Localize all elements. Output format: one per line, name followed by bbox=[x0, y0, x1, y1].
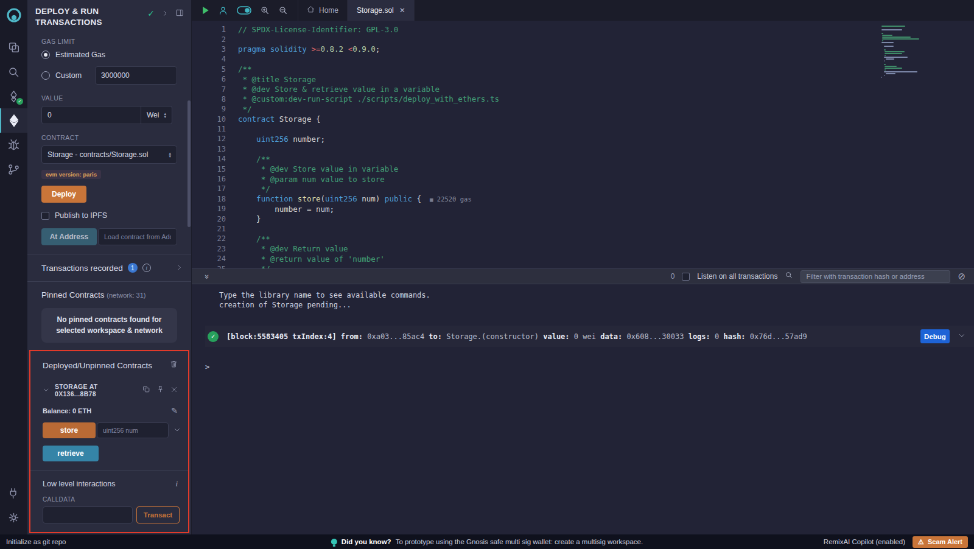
terminal-line: creation of Storage pending... bbox=[219, 300, 974, 310]
at-address-button[interactable]: At Address bbox=[41, 228, 97, 245]
minimap[interactable] bbox=[881, 26, 930, 79]
info-icon[interactable]: i bbox=[175, 479, 178, 489]
chevron-right-icon[interactable] bbox=[176, 262, 183, 273]
panel-scrollbar[interactable] bbox=[187, 100, 191, 227]
tab-storage-sol[interactable]: Storage.sol ✕ bbox=[348, 0, 415, 21]
calldata-label: CALLDATA bbox=[30, 489, 188, 503]
deploy-run-icon[interactable] bbox=[0, 108, 27, 133]
pin-icon[interactable] bbox=[156, 385, 164, 396]
transact-button[interactable]: Transact bbox=[136, 506, 180, 523]
code-lines: 1// SPDX-License-Identifier: GPL-3.023pr… bbox=[192, 24, 974, 268]
contract-select[interactable]: Storage - contracts/Storage.sol ▴▾ bbox=[41, 145, 177, 164]
tip-text: To prototype using the Gnosis safe multi… bbox=[396, 538, 643, 545]
git-icon[interactable] bbox=[0, 157, 27, 181]
at-address-input[interactable] bbox=[98, 228, 177, 245]
deploy-button[interactable]: Deploy bbox=[41, 186, 86, 203]
run-script-icon[interactable] bbox=[201, 6, 209, 15]
value-label: VALUE bbox=[27, 94, 191, 102]
debugger-icon[interactable] bbox=[0, 133, 27, 157]
balance-label: Balance: 0 ETH bbox=[43, 407, 91, 415]
chevron-down-icon[interactable] bbox=[43, 385, 49, 396]
panel-check-icon: ✓ bbox=[147, 9, 155, 18]
trash-icon[interactable] bbox=[170, 360, 178, 371]
listen-transactions-checkbox[interactable] bbox=[682, 273, 690, 281]
main-column: Home Storage.sol ✕ 1// SPDX-License-Iden… bbox=[192, 0, 974, 534]
icon-sidebar: ✓ bbox=[0, 0, 27, 534]
editor-tabbar: Home Storage.sol ✕ bbox=[192, 0, 974, 21]
filter-transactions-input[interactable] bbox=[801, 270, 950, 283]
transactions-count-badge: 1 bbox=[128, 263, 138, 273]
expand-terminal-icon[interactable]: » bbox=[203, 274, 212, 278]
transactions-recorded-label: Transactions recorded bbox=[41, 264, 123, 273]
did-you-know-tip: Did you know? To prototype using the Gno… bbox=[331, 538, 643, 545]
compiler-success-badge: ✓ bbox=[16, 98, 23, 105]
plugin-manager-icon[interactable] bbox=[0, 481, 27, 505]
terminal-line: Type the library name to see available c… bbox=[219, 290, 974, 300]
remix-app: ✓ DEPLOY & RUN TRANSACTIONS ✓ bbox=[0, 0, 974, 534]
calldata-input[interactable] bbox=[43, 506, 133, 523]
edit-icon[interactable]: ✎ bbox=[171, 406, 178, 415]
estimated-gas-radio[interactable] bbox=[41, 51, 50, 59]
value-unit-label: Wei bbox=[147, 111, 159, 119]
estimated-gas-label: Estimated Gas bbox=[55, 51, 105, 59]
pinned-empty-message: No pinned contracts found for selected w… bbox=[41, 308, 177, 343]
home-icon bbox=[307, 5, 315, 15]
updown-arrows-icon: ▴▾ bbox=[164, 112, 166, 118]
info-icon[interactable]: i bbox=[142, 264, 151, 272]
zoom-out-icon[interactable] bbox=[278, 5, 288, 15]
clear-console-icon[interactable]: ⊘ bbox=[958, 271, 965, 282]
toggle-icon[interactable] bbox=[237, 6, 251, 15]
tx-summary: [block:5583405 txIndex:4] from: 0xa03...… bbox=[226, 332, 807, 341]
status-bar: Initialize as git repo Did you know? To … bbox=[0, 534, 974, 549]
deploy-run-panel: DEPLOY & RUN TRANSACTIONS ✓ GAS LIMIT Es… bbox=[27, 0, 192, 534]
warning-icon: ⚠ bbox=[918, 538, 924, 546]
gas-limit-label: GAS LIMIT bbox=[27, 38, 191, 45]
custom-gas-label: Custom bbox=[55, 71, 82, 80]
value-unit-select[interactable]: Wei ▴▾ bbox=[141, 106, 172, 124]
close-icon[interactable] bbox=[170, 385, 178, 396]
tip-title: Did you know? bbox=[342, 538, 391, 545]
publish-ipfs-checkbox[interactable] bbox=[41, 212, 49, 220]
panel-title: DEPLOY & RUN TRANSACTIONS bbox=[35, 6, 127, 28]
solidity-compiler-icon[interactable]: ✓ bbox=[0, 84, 27, 108]
store-function-button[interactable]: store bbox=[43, 422, 96, 438]
pin-panel-icon[interactable] bbox=[175, 9, 184, 19]
contract-selected-value: Storage - contracts/Storage.sol bbox=[47, 150, 148, 159]
remix-logo-icon[interactable] bbox=[5, 7, 23, 27]
chevron-down-icon[interactable] bbox=[958, 332, 965, 341]
chevron-right-icon[interactable] bbox=[161, 9, 169, 19]
close-tab-icon[interactable]: ✕ bbox=[399, 6, 405, 15]
value-input[interactable] bbox=[41, 106, 141, 124]
terminal[interactable]: Type the library name to see available c… bbox=[192, 284, 974, 534]
zoom-in-icon[interactable] bbox=[260, 5, 270, 15]
search-icon[interactable] bbox=[0, 60, 27, 84]
git-init-button[interactable]: Initialize as git repo bbox=[6, 538, 66, 545]
chevron-down-icon[interactable] bbox=[173, 425, 181, 436]
code-editor[interactable]: 1// SPDX-License-Identifier: GPL-3.023pr… bbox=[192, 21, 974, 268]
listen-transactions-label: Listen on all transactions bbox=[697, 272, 777, 281]
settings-gear-icon[interactable] bbox=[0, 505, 27, 530]
pinned-contracts-title: Pinned Contracts (network: 31) bbox=[27, 282, 191, 299]
terminal-toolbar: » 0 Listen on all transactions ⊘ bbox=[192, 268, 974, 284]
terminal-prompt[interactable]: > bbox=[205, 363, 974, 371]
tab-home[interactable]: Home bbox=[298, 0, 348, 21]
scam-alert-badge[interactable]: ⚠Scam Alert bbox=[913, 536, 968, 548]
contract-instance-label: STORAGE AT 0X136...8B78 bbox=[55, 383, 137, 397]
tx-success-icon: ✓ bbox=[208, 331, 219, 342]
recorder-icon[interactable] bbox=[218, 5, 228, 16]
low-level-interactions-label: Low level interactions bbox=[43, 480, 116, 488]
deployed-contracts-section: Deployed/Unpinned Contracts STORAGE AT 0… bbox=[29, 350, 189, 533]
lightbulb-icon bbox=[331, 539, 337, 545]
copy-icon[interactable] bbox=[142, 385, 150, 396]
custom-gas-radio[interactable] bbox=[41, 71, 50, 80]
retrieve-function-button[interactable]: retrieve bbox=[43, 446, 99, 461]
debug-button[interactable]: Debug bbox=[920, 329, 950, 343]
copilot-status[interactable]: RemixAI Copilot (enabled) bbox=[824, 538, 905, 545]
terminal-count: 0 bbox=[671, 272, 675, 281]
window-edge bbox=[0, 549, 974, 560]
store-arg-input[interactable] bbox=[97, 422, 169, 438]
pinned-network-label: (network: 31) bbox=[107, 292, 145, 299]
custom-gas-input[interactable] bbox=[95, 66, 177, 85]
transaction-log-row[interactable]: ✓ [block:5583405 txIndex:4] from: 0xa03.… bbox=[205, 326, 974, 347]
file-explorer-icon[interactable] bbox=[0, 35, 27, 60]
